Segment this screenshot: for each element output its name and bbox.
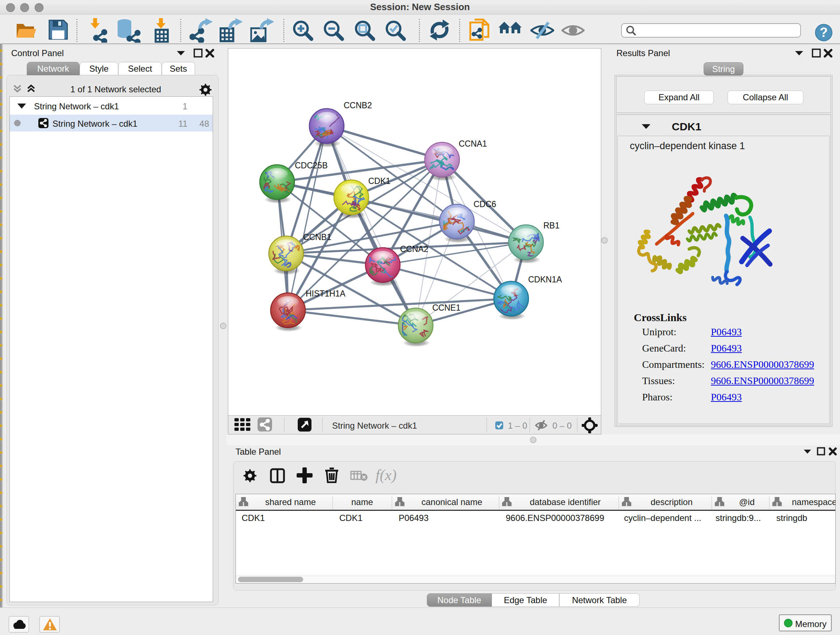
svg-text:CCNB2: CCNB2 bbox=[344, 101, 372, 110]
svg-text:HIST1H1A: HIST1H1A bbox=[306, 289, 346, 298]
svg-text:CDK1: CDK1 bbox=[368, 176, 390, 186]
svg-text:CDC6: CDC6 bbox=[474, 200, 496, 209]
svg-text:CCNA1: CCNA1 bbox=[459, 139, 487, 149]
svg-text:CDC25B: CDC25B bbox=[295, 161, 328, 170]
svg-text:CCNB1: CCNB1 bbox=[303, 233, 332, 242]
svg-text:CDKN1A: CDKN1A bbox=[528, 275, 562, 284]
svg-text:?: ? bbox=[820, 25, 828, 40]
svg-text:CCNE1: CCNE1 bbox=[432, 303, 461, 312]
svg-text:RB1: RB1 bbox=[543, 221, 560, 230]
svg-text:CCNA2: CCNA2 bbox=[400, 244, 428, 254]
